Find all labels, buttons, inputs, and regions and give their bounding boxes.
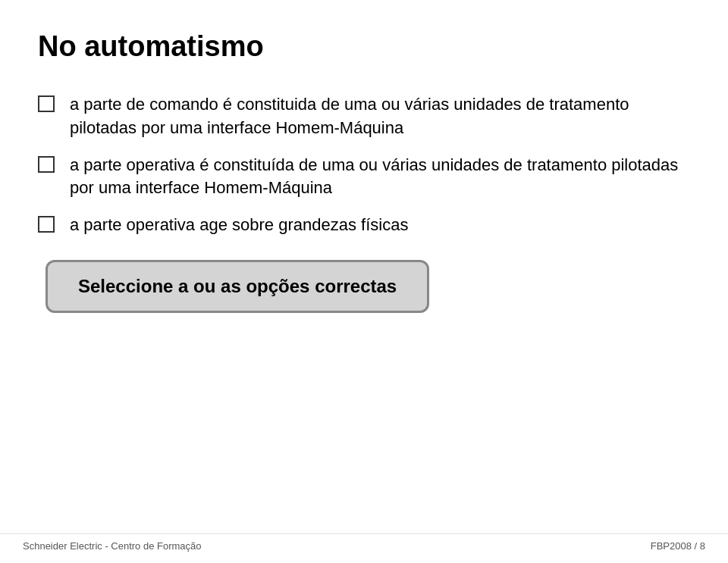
checkbox-2[interactable] — [38, 156, 55, 173]
list-item: a parte operativa é constituída de uma o… — [38, 154, 690, 201]
footer: Schneider Electric - Centro de Formação … — [0, 533, 728, 552]
list-item-text-2: a parte operativa é constituída de uma o… — [70, 154, 690, 201]
list-item-text-3: a parte operativa age sobre grandezas fí… — [70, 214, 690, 237]
page-content: No automatismo a parte de comando é cons… — [0, 0, 728, 328]
checkbox-1[interactable] — [38, 95, 55, 112]
select-button[interactable]: Seleccione a ou as opções correctas — [46, 260, 429, 313]
footer-left: Schneider Electric - Centro de Formação — [23, 540, 202, 552]
button-container: Seleccione a ou as opções correctas — [38, 260, 690, 313]
list-item: a parte de comando é constituida de uma … — [38, 93, 690, 140]
checkbox-3[interactable] — [38, 216, 55, 233]
footer-right: FBP2008 / 8 — [651, 540, 705, 552]
list-item-text-1: a parte de comando é constituida de uma … — [70, 93, 690, 140]
content-list: a parte de comando é constituida de uma … — [38, 93, 690, 237]
page-title: No automatismo — [38, 30, 690, 63]
list-item: a parte operativa age sobre grandezas fí… — [38, 214, 690, 237]
